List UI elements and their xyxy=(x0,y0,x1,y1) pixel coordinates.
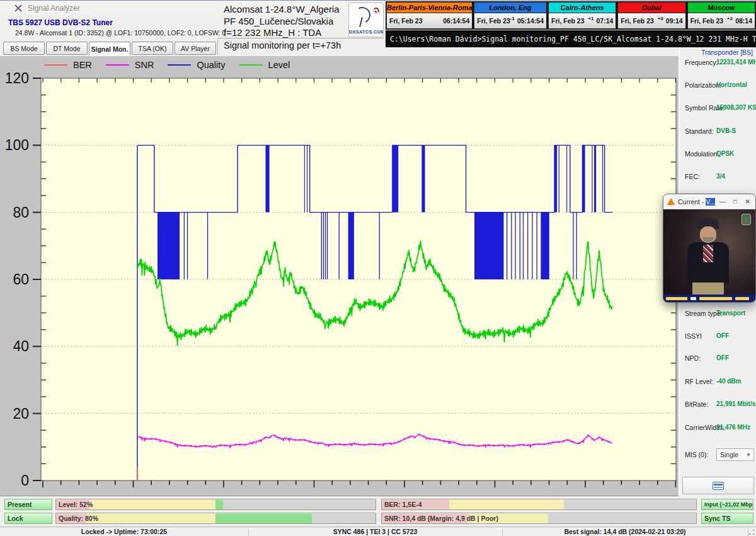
snr-progress-bar: SNR: 10,4 dB (Margin: 4,9 dB | Poor) xyxy=(381,513,697,524)
window-title: Signal Analyzer xyxy=(28,4,80,13)
header-separator xyxy=(217,38,384,38)
signal-chart: 020406080100120 xyxy=(0,56,679,496)
tab-bar: BS Mode DT Mode Signal Mon. TSA (OK) AV … xyxy=(3,42,216,55)
clock-city: London, Eng xyxy=(474,3,546,13)
status-uptime: Locked -> Uptime: 73:00:25 xyxy=(0,528,248,535)
channel-logo xyxy=(742,214,751,225)
clock-date: Fri, Feb 23 xyxy=(621,17,654,25)
sidebar-title: Transponder [BS] xyxy=(701,49,753,56)
clock-time: 05:14:54 xyxy=(517,17,544,25)
video-titlebar[interactable]: Current - V... — □ ✕ xyxy=(663,194,755,209)
dxsatcs-logo: DXSATCS.COM xyxy=(348,3,384,37)
satellite-name: Alcomsat 1-24.8°W_Algeria xyxy=(224,4,369,16)
legend-level: Level xyxy=(239,60,290,70)
transport-stream-button[interactable] xyxy=(682,477,754,494)
tab-bs-mode[interactable]: BS Mode xyxy=(3,42,45,55)
level-line-swatch xyxy=(239,64,263,66)
tuner-details: 24.8W - Alcomsat 1 (ID: 3352) @ LOF1: 10… xyxy=(15,29,226,37)
clock-city: Moscow xyxy=(688,3,755,13)
clock-time: 09:14 xyxy=(666,17,683,25)
clock-cairo: Cairo-Athens Fri, Feb 23+107:14 xyxy=(548,2,616,29)
clock-time: 08:14 xyxy=(735,17,752,25)
chart-legend: BER SNR Quality Level xyxy=(44,60,290,70)
tab-dt-mode[interactable]: DT Mode xyxy=(46,42,88,55)
console-command-line: C:\Users\Roman Dávid>Signal monitoring_P… xyxy=(386,30,756,47)
ber-line-swatch xyxy=(44,64,67,66)
svg-text:0: 0 xyxy=(21,472,29,489)
clock-london: London, Eng Fri, Feb 23-105:14:54 xyxy=(474,2,547,29)
close-icon[interactable]: ✕ xyxy=(743,198,752,205)
clock-date: Fri, Feb 23 xyxy=(389,17,423,25)
clock-offset: +2 xyxy=(727,16,733,21)
lock-indicator: Lock xyxy=(4,513,52,524)
signal-analyzer-window: Signal Analyzer TBS 5927 USB DVB-S2 Tune… xyxy=(0,0,756,536)
header-vertical-separator xyxy=(217,40,218,55)
legend-quality: Quality xyxy=(168,60,225,70)
svg-text:120: 120 xyxy=(5,70,29,86)
legend-snr: SNR xyxy=(106,60,154,70)
clock-date: Fri, Feb 23 xyxy=(477,17,510,25)
chevron-down-icon: ▼ xyxy=(746,452,751,458)
row-carrier-width: CarrierWidth:21,476 MHz xyxy=(680,424,756,433)
site-name: PF 450_Lučenec/Slovakia xyxy=(224,16,369,28)
logo-text: DXSATCS.COM xyxy=(349,29,383,35)
svg-text:40: 40 xyxy=(13,338,29,354)
video-title: Current - V... xyxy=(678,198,715,206)
clock-date: Fri, Feb 23 xyxy=(690,17,724,25)
input-rate-indicator: Input (~21,02 Mbps) xyxy=(701,499,753,510)
row-issyi: ISSYIOFF xyxy=(680,332,756,341)
row-npd: NPD:OFF xyxy=(680,354,756,363)
tab-signal-mon[interactable]: Signal Mon. xyxy=(89,42,130,56)
vlc-cone-icon xyxy=(667,198,675,205)
clock-offset: +3 xyxy=(658,16,663,21)
present-indicator: Present xyxy=(4,499,52,510)
svg-text:80: 80 xyxy=(13,204,29,221)
legend-ber: BER xyxy=(44,60,92,70)
stream-icon xyxy=(713,482,724,490)
tab-av-player[interactable]: AV Player xyxy=(175,42,216,55)
clock-date: Fri, Feb 23 xyxy=(551,17,585,25)
tab-tsa[interactable]: TSA (OK) xyxy=(132,42,173,55)
quality-line-swatch xyxy=(168,64,191,66)
vlc-video-window: Current - V... — □ ✕ xyxy=(663,194,756,303)
resize-grip[interactable] xyxy=(748,529,755,535)
row-polarization: Polarization:Horizontal xyxy=(680,81,756,90)
quality-progress-bar: Quality: 80% xyxy=(55,513,376,524)
minimize-icon[interactable]: — xyxy=(718,198,726,205)
news-ticker xyxy=(663,294,755,303)
row-frequency: Frequency:12231,414 MHz xyxy=(680,59,756,67)
clock-berlin: Berlin-Paris-Vienna-Roma Fri, Feb 2306:1… xyxy=(386,2,472,29)
world-clocks: Berlin-Paris-Vienna-Roma Fri, Feb 2306:1… xyxy=(386,1,756,30)
row-fec: FEC:3/4 xyxy=(680,173,756,182)
snr-line-swatch xyxy=(106,64,129,66)
ber-progress-bar: BER: 1,5E-4 xyxy=(381,499,697,510)
clock-city: Berlin-Paris-Vienna-Roma xyxy=(387,3,472,13)
row-standard: Standard:DVB-S xyxy=(680,127,756,136)
clock-moscow: Moscow Fri, Feb 23+208:14 xyxy=(687,2,755,29)
tuner-name: TBS 5927 USB DVB-S2 Tuner xyxy=(8,18,113,27)
row-mis: MIS (0): Single▼ xyxy=(680,451,756,460)
maximize-icon[interactable]: □ xyxy=(731,198,739,205)
mis-dropdown[interactable]: Single▼ xyxy=(716,448,754,461)
row-symbol-rate: Symbol Rate:15908,307 KS/s xyxy=(680,104,756,113)
monitoring-duration: Signal monitoring per t=+73h xyxy=(224,40,341,50)
clock-offset: -1 xyxy=(510,16,515,21)
clock-city: Dubai xyxy=(618,3,685,13)
svg-text:20: 20 xyxy=(13,405,29,422)
clock-city: Cairo-Athens xyxy=(549,3,616,13)
sync-ts-indicator: Sync TS xyxy=(701,513,753,524)
row-modulation: Modulation:QPSK xyxy=(680,150,756,159)
clock-time: 07:14 xyxy=(596,17,613,25)
monitoring-header: Alcomsat 1-24.8°W_Algeria PF 450_Lučenec… xyxy=(224,4,369,39)
row-bitrate: BitRate:21,991 Mbit/s xyxy=(680,400,756,409)
svg-text:60: 60 xyxy=(13,271,29,288)
status-sync-counters: SYNC 486 | TEI 3 | CC 5723 xyxy=(248,528,502,535)
clock-time: 06:14:54 xyxy=(443,17,469,25)
frequency-line: f=12 232 MHz_H : TDA xyxy=(224,27,369,39)
satellite-dish-icon xyxy=(352,5,373,26)
row-stream-type: Stream type:Transport xyxy=(680,310,756,318)
video-screen[interactable] xyxy=(663,209,755,303)
clock-offset: +1 xyxy=(588,16,593,21)
app-icon xyxy=(14,4,23,13)
status-bar: Locked -> Uptime: 73:00:25 SYNC 486 | TE… xyxy=(0,527,756,536)
